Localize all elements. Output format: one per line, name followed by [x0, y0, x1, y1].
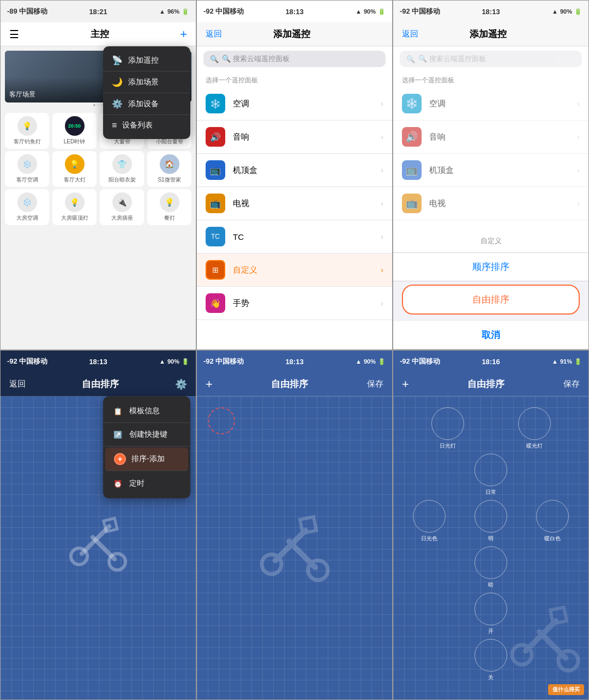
btn-row-5: 开 — [393, 593, 588, 635]
device-dining-light[interactable]: 💡 餐灯 — [147, 189, 191, 225]
panel-add-remote-2: -92 中国移动 18:13 ▲ 90% 🔋 返回 添加遥控 🔍 🔍 搜索云端遥… — [393, 0, 589, 350]
status-bar-2: -92 中国移动 18:13 ▲ 90% 🔋 — [197, 1, 392, 22]
carrier-4: -92 中国移动 — [7, 357, 47, 366]
room-socket-icon: 🔌 — [112, 192, 132, 212]
remote-item-speaker[interactable]: 🔊 音响 › — [197, 120, 392, 154]
btn-warmwhite[interactable]: 暖白色 — [536, 500, 569, 542]
time-3: 18:13 — [482, 8, 500, 16]
remote-item-stb[interactable]: 📺 机顶盒 › — [197, 154, 392, 187]
remote-item-gesture[interactable]: 👋 手势 › — [197, 287, 392, 320]
save-button-5[interactable]: 保存 — [367, 379, 383, 389]
template-info-label: 模板信息 — [129, 406, 160, 416]
device-room-ac[interactable]: ❄️ 大房空调 — [5, 189, 49, 225]
on-circle — [474, 593, 507, 625]
main-light-icon: 💡 — [65, 154, 85, 174]
device-clothes-rack[interactable]: 👕 阳台晾衣架 — [100, 151, 144, 187]
big-curtain-label: 大窗帘 — [114, 138, 130, 146]
search-icon-3: 🔍 — [406, 55, 415, 63]
ac-remote-label: 空调 — [233, 99, 373, 109]
save-button-6[interactable]: 保存 — [563, 379, 580, 389]
speaker-icon-3: 🔊 — [402, 127, 422, 147]
carrier-5: -92 中国移动 — [203, 357, 244, 366]
time-4: 18:13 — [89, 358, 107, 366]
device-main-light[interactable]: 💡 客厅大灯 — [52, 151, 97, 187]
manager-icon: 🏠 — [160, 154, 179, 174]
custom-chevron-icon: › — [381, 265, 383, 274]
remote-item-ac[interactable]: ❄️ 空调 › — [197, 87, 392, 120]
svg-point-1 — [109, 554, 125, 570]
search-placeholder-2: 🔍 搜索云端遥控面板 — [222, 54, 290, 64]
time-5: 18:13 — [285, 358, 303, 366]
btn-on[interactable]: 开 — [474, 593, 507, 635]
battery-1: ▲ 96% 🔋 — [159, 8, 189, 15]
bright-label: 明 — [488, 535, 494, 542]
search-bar-2[interactable]: 🔍 🔍 搜索云端遥控面板 — [203, 51, 386, 67]
menu-device-list[interactable]: ≡ 设备列表 — [103, 115, 190, 136]
menu-add-device[interactable]: ⚙️ 添加设备 — [103, 93, 190, 115]
status-bar-4: -92 中国移动 18:13 ▲ 90% 🔋 — [1, 351, 196, 372]
device-led-clock[interactable]: 20:50 LED时钟 — [52, 113, 97, 149]
add-icon[interactable]: + — [180, 27, 187, 41]
settings-menu: 📋 模板信息 ↗️ 创建快捷键 + 排序-添加 ⏰ 定时 — [103, 396, 190, 498]
menu-timer[interactable]: ⏰ 定时 — [103, 472, 190, 495]
gear-icon-4[interactable]: ⚙️ — [175, 378, 187, 390]
cancel-button-3[interactable]: 取消 — [393, 318, 588, 349]
remote-list-2: ❄️ 空调 › 🔊 音响 › 📺 机顶盒 › 📺 电视 › — [197, 87, 392, 320]
create-shortcut-label: 创建快捷键 — [129, 430, 167, 439]
hamburger-icon[interactable]: ☰ — [9, 28, 19, 41]
back-button-4[interactable]: 返回 — [9, 379, 26, 389]
btn-dim[interactable]: 暗 — [474, 546, 507, 589]
warm-light-circle — [518, 407, 551, 440]
menu-sort-add[interactable]: + 排序-添加 — [105, 448, 188, 471]
daywhite-circle — [413, 500, 446, 533]
menu-create-shortcut[interactable]: ↗️ 创建快捷键 — [103, 423, 190, 446]
btn-row-6: 关 — [393, 639, 588, 681]
back-button-3[interactable]: 返回 — [402, 29, 418, 39]
remote-item-custom[interactable]: ⊞ 自定义 › — [197, 254, 392, 287]
back-button-2[interactable]: 返回 — [206, 29, 222, 39]
sort-sequential-button[interactable]: 顺序排序 — [393, 253, 588, 281]
panel-free-sort-buttons: -92 中国移动 18:16 ▲ 91% 🔋 + 自由排序 保存 — [393, 350, 589, 700]
page-title-4: 自由排序 — [82, 378, 119, 390]
remote-item-tc[interactable]: TC TC › — [197, 220, 392, 254]
menu-add-scene[interactable]: 🌙 添加场景 — [103, 71, 190, 93]
dining-light-icon: 💡 — [160, 192, 179, 212]
btn-daylight[interactable]: 日光灯 — [431, 407, 464, 450]
shortcut-icon: ↗️ — [112, 429, 124, 440]
carrier-1: -89 中国移动 — [7, 7, 47, 16]
stb-icon-3: 📺 — [402, 160, 422, 180]
btn-warm-light[interactable]: 暖光灯 — [518, 407, 551, 450]
manager-label: S1微管家 — [158, 176, 181, 184]
tc-remote-label: TC — [233, 232, 373, 242]
status-bar-5: -92 中国移动 18:13 ▲ 90% 🔋 — [197, 351, 392, 372]
sort-free-button[interactable]: 自由排序 — [402, 285, 580, 315]
device-ac[interactable]: ❄️ 客厅空调 — [5, 151, 49, 187]
fishing-light-label: 客厅钓鱼灯 — [14, 138, 41, 146]
nav-bar-3: 返回 添加遥控 — [393, 22, 588, 46]
remote-item-tv[interactable]: 📺 电视 › — [197, 187, 392, 220]
status-bar-3: -92 中国移动 18:13 ▲ 90% 🔋 — [393, 1, 588, 22]
device-manager[interactable]: 🏠 S1微管家 — [147, 151, 191, 187]
blueprint-bg-5 — [197, 396, 392, 699]
carrier-2: -92 中国移动 — [203, 7, 244, 16]
nav-bar-6: + 自由排序 保存 — [393, 372, 588, 396]
device-room-socket[interactable]: 🔌 大房插座 — [100, 189, 144, 225]
btn-off[interactable]: 关 — [474, 639, 507, 681]
clothes-rack-label: 阳台晾衣架 — [109, 176, 136, 184]
add-button-5[interactable]: + — [206, 377, 213, 391]
device-fishing-light[interactable]: 💡 客厅钓鱼灯 — [5, 113, 49, 149]
page-title-6: 自由排序 — [467, 378, 504, 390]
btn-daywhite[interactable]: 日光色 — [413, 500, 446, 542]
svg-point-0 — [71, 548, 87, 565]
btn-bright[interactable]: 明 — [474, 500, 507, 542]
tc-chevron-icon: › — [381, 232, 383, 241]
menu-add-remote[interactable]: 📡 添加遥控 — [103, 50, 190, 71]
on-label: 开 — [488, 627, 494, 635]
device-room-light[interactable]: 💡 大房吸顶灯 — [52, 189, 97, 225]
menu-template-info[interactable]: 📋 模板信息 — [103, 400, 190, 423]
add-button-6[interactable]: + — [402, 377, 409, 391]
ac-chevron-icon: › — [381, 99, 383, 108]
room-socket-label: 大房插座 — [111, 214, 133, 222]
btn-normal[interactable]: 日常 — [474, 454, 507, 496]
ac-icon-3: ❄️ — [402, 94, 422, 113]
